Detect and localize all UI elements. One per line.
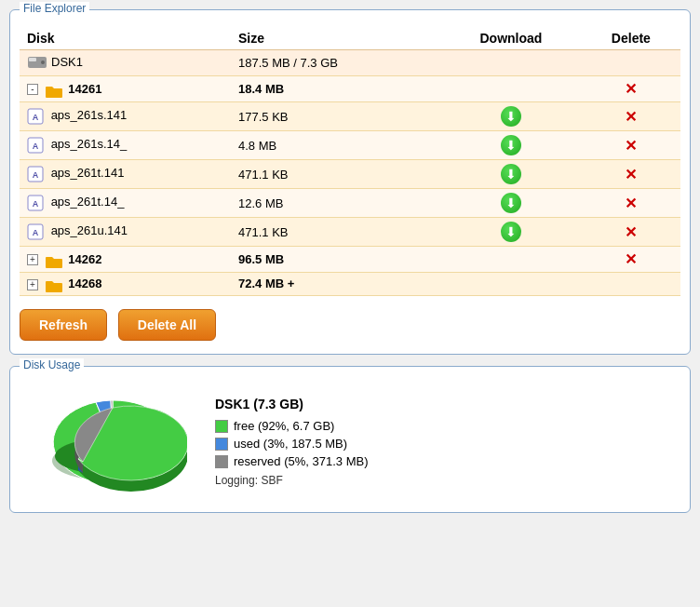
legend-label: used (3%, 187.5 MB) bbox=[234, 437, 347, 451]
folder-icon bbox=[45, 83, 61, 96]
file-row: A aps_261u.141 471.1 KB ⬇ ✕ bbox=[20, 218, 680, 247]
file-icon: A bbox=[27, 166, 44, 182]
file-name: aps_261s.14_ bbox=[51, 137, 128, 151]
svg-text:A: A bbox=[33, 228, 39, 237]
file-row: A aps_261t.14_ 12.6 MB ⬇ ✕ bbox=[20, 189, 680, 218]
file-row: A aps_261t.141 471.1 KB ⬇ ✕ bbox=[20, 160, 680, 189]
col-download: Download bbox=[440, 27, 582, 50]
folder-row: - 14261 18.4 MB ✕ bbox=[20, 76, 680, 102]
file-delete-cell[interactable]: ✕ bbox=[582, 218, 680, 247]
folder-size-cell: 18.4 MB bbox=[231, 76, 440, 102]
download-button[interactable]: ⬇ bbox=[501, 222, 521, 242]
file-size-cell: 4.8 MB bbox=[231, 131, 440, 160]
file-delete-cell[interactable]: ✕ bbox=[582, 160, 680, 189]
file-name-cell: A aps_261s.14_ bbox=[20, 131, 231, 160]
file-icon: A bbox=[27, 195, 44, 211]
col-size: Size bbox=[231, 27, 440, 50]
expand-icon[interactable]: + bbox=[27, 279, 38, 290]
svg-point-2 bbox=[41, 61, 45, 64]
folder-icon bbox=[45, 253, 61, 266]
file-name: aps_261s.141 bbox=[51, 108, 128, 122]
folder-size-cell: 72.4 MB + bbox=[231, 273, 440, 296]
file-delete-cell[interactable]: ✕ bbox=[582, 131, 680, 160]
file-name-cell: A aps_261u.141 bbox=[20, 218, 231, 247]
file-name: aps_261t.141 bbox=[51, 166, 125, 180]
folder-icon bbox=[45, 278, 61, 291]
file-size-cell: 12.6 MB bbox=[231, 189, 440, 218]
download-button[interactable]: ⬇ bbox=[501, 193, 521, 213]
file-download-cell[interactable]: ⬇ bbox=[440, 102, 582, 131]
disk-usage-panel: Disk Usage bbox=[9, 366, 691, 513]
file-delete-cell[interactable]: ✕ bbox=[582, 102, 680, 131]
folder-svg bbox=[45, 254, 63, 269]
disk-name-cell: DSK1 bbox=[20, 50, 231, 76]
file-download-cell[interactable]: ⬇ bbox=[440, 218, 582, 247]
folder-delete-cell[interactable]: ✕ bbox=[582, 76, 680, 102]
legend-item: reserved (5%, 371.3 MB) bbox=[215, 454, 369, 468]
disk-delete-cell bbox=[582, 50, 680, 76]
pie-chart bbox=[38, 391, 187, 493]
legend-color-box bbox=[215, 438, 228, 451]
refresh-button[interactable]: Refresh bbox=[20, 309, 107, 341]
file-name-cell: A aps_261t.14_ bbox=[20, 189, 231, 218]
disk-usage-title: Disk Usage bbox=[20, 358, 84, 371]
file-explorer-panel: File Explorer Disk Size Download Delete … bbox=[9, 9, 691, 355]
delete-all-button[interactable]: Delete All bbox=[118, 309, 216, 341]
legend-label: reserved (5%, 371.3 MB) bbox=[234, 454, 369, 468]
col-disk: Disk bbox=[20, 27, 231, 50]
file-download-cell[interactable]: ⬇ bbox=[440, 131, 582, 160]
download-button[interactable]: ⬇ bbox=[501, 135, 521, 155]
legend-item: free (92%, 6.7 GB) bbox=[215, 419, 369, 433]
disk-download-cell bbox=[440, 50, 582, 76]
file-table: Disk Size Download Delete DSK1 187.5 MB … bbox=[20, 27, 680, 296]
file-icon: A bbox=[27, 137, 44, 154]
buttons-row: Refresh Delete All bbox=[20, 305, 680, 344]
folder-name: 14262 bbox=[68, 252, 101, 266]
legend-color-box bbox=[215, 420, 228, 433]
file-icon: A bbox=[27, 108, 44, 125]
col-delete: Delete bbox=[582, 27, 680, 50]
svg-text:A: A bbox=[33, 170, 39, 180]
file-download-cell[interactable]: ⬇ bbox=[440, 189, 582, 218]
folder-row: + 14268 72.4 MB + bbox=[20, 273, 680, 296]
folder-download-cell bbox=[440, 273, 582, 296]
svg-rect-1 bbox=[29, 58, 36, 61]
file-name-cell: A aps_261t.141 bbox=[20, 160, 231, 189]
file-row: A aps_261s.141 177.5 KB ⬇ ✕ bbox=[20, 102, 680, 131]
file-size-cell: 177.5 KB bbox=[231, 102, 440, 131]
disk-label: DSK1 bbox=[51, 55, 83, 69]
svg-text:A: A bbox=[33, 142, 39, 151]
folder-download-cell bbox=[440, 76, 582, 102]
disk-usage-content: DSK1 (7.3 GB) free (92%, 6.7 GB) used (3… bbox=[20, 382, 680, 503]
folder-size-cell: 96.5 MB bbox=[231, 247, 440, 273]
file-name: aps_261u.141 bbox=[51, 223, 128, 237]
chart-title: DSK1 (7.3 GB) bbox=[215, 397, 369, 411]
file-name-cell: A aps_261s.141 bbox=[20, 102, 231, 131]
disk-size-cell: 187.5 MB / 7.3 GB bbox=[231, 50, 440, 76]
file-size-cell: 471.1 KB bbox=[231, 160, 440, 189]
folder-row: + 14262 96.5 MB ✕ bbox=[20, 247, 680, 273]
expand-icon[interactable]: + bbox=[27, 254, 38, 265]
logging-label: Logging: SBF bbox=[215, 474, 369, 487]
expand-icon[interactable]: - bbox=[27, 84, 38, 95]
svg-text:A: A bbox=[33, 113, 39, 122]
disk-row: DSK1 187.5 MB / 7.3 GB bbox=[20, 50, 680, 76]
disk-icon bbox=[27, 54, 47, 69]
folder-svg bbox=[45, 84, 63, 99]
folder-name-cell: - 14261 bbox=[20, 76, 231, 102]
folder-name-cell: + 14268 bbox=[20, 273, 231, 296]
file-icon: A bbox=[27, 223, 44, 240]
pie-chart-svg bbox=[38, 391, 187, 493]
legend-container: DSK1 (7.3 GB) free (92%, 6.7 GB) used (3… bbox=[215, 397, 369, 487]
file-size-cell: 471.1 KB bbox=[231, 218, 440, 247]
folder-delete-cell[interactable]: ✕ bbox=[582, 247, 680, 273]
file-delete-cell[interactable]: ✕ bbox=[582, 189, 680, 218]
folder-download-cell bbox=[440, 247, 582, 273]
download-button[interactable]: ⬇ bbox=[501, 106, 521, 127]
legend-color-box bbox=[215, 455, 228, 468]
folder-name: 14268 bbox=[68, 277, 101, 290]
file-name: aps_261t.14_ bbox=[51, 195, 125, 209]
download-button[interactable]: ⬇ bbox=[501, 164, 521, 184]
folder-delete-cell[interactable] bbox=[582, 273, 680, 296]
file-download-cell[interactable]: ⬇ bbox=[440, 160, 582, 189]
